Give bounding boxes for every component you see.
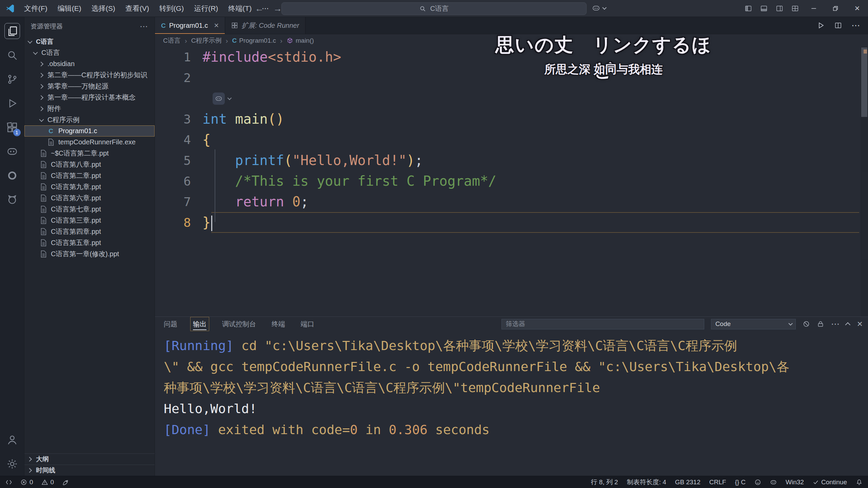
back-arrow-icon[interactable]: ← (255, 3, 264, 14)
panel-tab-终端[interactable]: 终端 (272, 317, 285, 331)
status-item-win32[interactable]: Win32 (786, 479, 804, 486)
tree-file-item[interactable]: C语言第五章.ppt (24, 237, 155, 248)
account-icon[interactable] (0, 428, 24, 452)
code-line[interactable]: 7 return 0; (155, 191, 868, 212)
toggle-panel-icon[interactable] (756, 0, 772, 17)
forward-arrow-icon[interactable]: → (273, 3, 282, 14)
panel-tab-输出[interactable]: 输出 (190, 317, 209, 331)
panel-tab-端口[interactable]: 端口 (301, 317, 314, 331)
tree-file-item[interactable]: ~$C语言第二章.ppt (24, 148, 155, 159)
tree-folder-item[interactable]: C语言 (24, 47, 155, 58)
close-panel-icon[interactable]: × (857, 319, 863, 329)
status-item--8-2[interactable]: 行 8, 列 2 (591, 478, 618, 487)
menu-item-6[interactable]: 终端(T) (223, 0, 257, 17)
tree-file-item[interactable]: tempCodeRunnerFile.exe (24, 137, 155, 148)
octo-extension-icon[interactable] (0, 187, 24, 211)
tree-file-item[interactable]: C语言第三章.ppt (24, 215, 155, 226)
output-console[interactable]: [Running] cd "c:\Users\Tika\Desktop\各种事项… (164, 335, 858, 473)
output-channel-select[interactable]: Code (711, 319, 796, 329)
tree-file-item[interactable]: C语言第七章.ppt (24, 204, 155, 215)
tree-file-item[interactable]: C语言第八章.ppt (24, 159, 155, 170)
tree-file-item[interactable]: C语言第二章.ppt (24, 170, 155, 181)
tree-folder-item[interactable]: C程序示例 (24, 114, 155, 125)
sidebar-more-actions-icon[interactable]: ⋯ (140, 22, 149, 31)
copilot-menu[interactable] (592, 4, 605, 12)
tree-folder-item[interactable]: .obsidian (24, 58, 155, 69)
inline-suggestion-widget[interactable] (155, 88, 868, 109)
menu-item-5[interactable]: 运行(R) (189, 0, 223, 17)
tree-folder-item[interactable]: 第零章——万物起源 (24, 81, 155, 92)
panel-more-actions-icon[interactable]: ⋯ (831, 319, 840, 329)
tree-file-item[interactable]: C语言第四章.ppt (24, 226, 155, 237)
run-code-button[interactable] (817, 21, 825, 29)
tree-file-item[interactable]: C语言第六章.ppt (24, 192, 155, 204)
scrollbar-thumb[interactable] (861, 47, 867, 117)
tree-item-label: .obsidian (47, 60, 75, 68)
extensions-icon[interactable]: 1 (0, 115, 24, 139)
run-debug-icon[interactable] (0, 91, 24, 115)
clear-output-icon[interactable] (803, 320, 810, 328)
command-center-search[interactable]: C语言 (281, 2, 587, 15)
status-item-0[interactable]: 0 (20, 479, 33, 486)
code-line[interactable]: 5 printf("Hello,World!"); (155, 150, 868, 171)
status-item-copilot[interactable] (770, 479, 777, 486)
restore-button[interactable] (825, 0, 846, 17)
close-tab-icon[interactable]: × (214, 21, 219, 30)
status-item--4[interactable]: 制表符长度: 4 (627, 478, 666, 487)
menu-item-2[interactable]: 选择(S) (86, 0, 120, 17)
menu-item-4[interactable]: 转到(G) (154, 0, 189, 17)
explorer-icon[interactable] (0, 19, 24, 43)
output-filter-input[interactable] (501, 319, 704, 329)
code-line[interactable]: 8} (155, 212, 868, 233)
minimize-button[interactable] (803, 0, 825, 17)
lock-scroll-icon[interactable] (817, 320, 824, 328)
tab-扩展: Code Runner[interactable]: 扩展: Code Runner (225, 17, 305, 34)
tree-folder-item[interactable]: 第二章——C程序设计的初步知识 (24, 69, 155, 81)
panel-tab-问题[interactable]: 问题 (164, 317, 177, 331)
maximize-panel-icon[interactable] (847, 322, 850, 326)
editor-scrollbar[interactable] (861, 47, 868, 317)
status-item-smiley[interactable] (754, 479, 761, 486)
panel-tab-调试控制台[interactable]: 调试控制台 (222, 317, 256, 331)
tree-folder-item[interactable]: 附件 (24, 103, 155, 114)
breadcrumb-item[interactable]: CProgram01.c (232, 37, 276, 44)
code-line[interactable]: 3int main() (155, 109, 868, 129)
status-item-crlf[interactable]: CRLF (709, 479, 726, 486)
status-item-gb-2312[interactable]: GB 2312 (675, 479, 701, 486)
status-item-0[interactable]: 0 (41, 479, 54, 486)
code-line[interactable]: 4{ (155, 129, 868, 150)
ring-extension-icon[interactable] (0, 163, 24, 187)
status-item-continue[interactable]: Continue (813, 479, 847, 486)
sidebar-section-0[interactable]: 大纲 (24, 453, 155, 465)
customize-layout-icon[interactable] (787, 0, 803, 17)
menu-item-3[interactable]: 查看(V) (120, 0, 154, 17)
tree-folder-item[interactable]: C语言 (24, 36, 155, 47)
status-item-rocket[interactable] (62, 479, 69, 486)
tree-folder-item[interactable]: 第一章——程序设计基本概念 (24, 92, 155, 103)
close-window-button[interactable]: × (846, 0, 868, 17)
tree-file-item[interactable]: C语言第一章(修改).ppt (24, 248, 155, 260)
toggle-secondary-sidebar-icon[interactable] (772, 0, 787, 17)
code-editor[interactable]: 1#include<stdio.h>23int main()4{5 printf… (155, 47, 868, 317)
menu-item-1[interactable]: 编辑(E) (53, 0, 86, 17)
split-editor-button[interactable] (834, 22, 842, 29)
tree-file-item[interactable]: CProgram01.c (24, 125, 155, 137)
toggle-sidebar-icon[interactable] (741, 0, 756, 17)
status-item--c[interactable]: {} C (735, 479, 746, 486)
breadcrumb-item[interactable]: main() (287, 37, 314, 44)
sidebar-section-1[interactable]: 时间线 (24, 465, 155, 476)
code-line[interactable]: 6 /*This is your first C Program*/ (155, 171, 868, 191)
status-item-bell[interactable] (856, 479, 863, 486)
menu-item-0[interactable]: 文件(F) (19, 0, 53, 17)
tree-file-item[interactable]: C语言第九章.ppt (24, 181, 155, 192)
settings-icon[interactable] (0, 452, 24, 476)
breadcrumb-item[interactable]: C语言 (163, 36, 181, 45)
history-nav: ← → (255, 0, 282, 17)
more-actions-icon[interactable]: ⋯ (851, 20, 861, 31)
tab-Program01.c[interactable]: CProgram01.c× (155, 17, 225, 34)
search-icon[interactable] (0, 43, 24, 67)
source-control-icon[interactable] (0, 67, 24, 91)
status-item-remote[interactable] (5, 479, 12, 486)
copilot-chat-icon[interactable] (0, 139, 24, 163)
breadcrumb-item[interactable]: C程序示例 (191, 36, 222, 45)
